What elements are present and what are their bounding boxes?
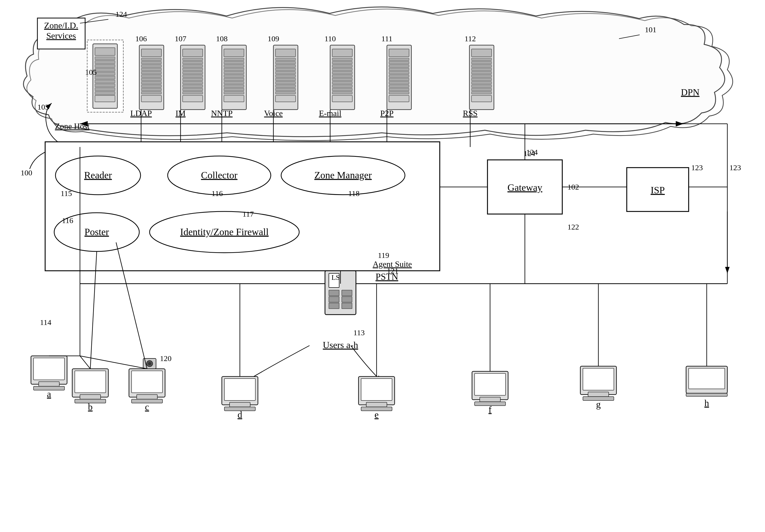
svg-rect-73 [276, 95, 296, 102]
svg-rect-49 [224, 61, 244, 64]
svg-rect-38 [183, 71, 203, 74]
svg-rect-94 [389, 71, 409, 74]
svg-text:Zone Host: Zone Host [55, 122, 90, 131]
svg-text:Services: Services [46, 31, 76, 41]
svg-rect-45 [183, 95, 203, 102]
svg-rect-203 [34, 358, 65, 380]
svg-rect-53 [224, 75, 244, 77]
svg-text:120: 120 [160, 354, 172, 362]
svg-text:122: 122 [567, 223, 579, 231]
svg-text:114: 114 [40, 318, 51, 326]
svg-text:h: h [704, 398, 709, 408]
svg-rect-82 [332, 78, 352, 81]
svg-rect-105 [471, 61, 491, 64]
svg-rect-23 [141, 68, 162, 71]
svg-rect-243 [686, 393, 727, 396]
svg-text:Zone Manager: Zone Manager [315, 170, 372, 181]
svg-rect-108 [471, 71, 491, 74]
svg-rect-204 [39, 382, 59, 386]
svg-rect-25 [141, 75, 162, 77]
svg-rect-42 [183, 85, 203, 87]
svg-rect-112 [471, 85, 491, 87]
svg-rect-100 [389, 92, 409, 94]
svg-rect-217 [137, 394, 157, 399]
svg-rect-111 [471, 82, 491, 84]
svg-rect-227 [361, 378, 392, 400]
svg-rect-78 [332, 65, 352, 67]
svg-text:116: 116 [212, 189, 223, 198]
svg-rect-71 [276, 88, 296, 91]
svg-rect-77 [332, 61, 352, 64]
svg-rect-197 [342, 290, 352, 296]
svg-text:f: f [488, 404, 491, 415]
svg-rect-85 [332, 88, 352, 91]
svg-rect-15 [95, 88, 115, 91]
svg-rect-56 [224, 85, 244, 87]
svg-rect-107 [471, 68, 491, 71]
svg-rect-114 [471, 92, 491, 94]
svg-text:115: 115 [61, 189, 72, 198]
svg-rect-199 [342, 303, 352, 309]
svg-text:LS: LS [332, 273, 340, 281]
svg-rect-55 [224, 82, 244, 84]
svg-rect-8 [95, 61, 115, 64]
svg-rect-109 [471, 75, 491, 77]
svg-text:123: 123 [729, 163, 741, 172]
svg-text:107: 107 [175, 34, 187, 43]
svg-rect-39 [183, 75, 203, 77]
svg-rect-35 [183, 61, 203, 64]
svg-rect-81 [332, 75, 352, 77]
svg-rect-22 [141, 65, 162, 67]
svg-rect-40 [183, 78, 203, 81]
svg-text:119: 119 [378, 251, 389, 260]
svg-text:Gateway: Gateway [507, 182, 542, 193]
svg-rect-24 [141, 71, 162, 74]
svg-text:Zone/I.D.: Zone/I.D. [44, 21, 78, 30]
svg-rect-238 [588, 392, 609, 397]
svg-rect-10 [95, 68, 115, 71]
svg-text:e: e [375, 409, 379, 420]
svg-rect-57 [224, 88, 244, 91]
svg-text:118: 118 [348, 189, 360, 198]
svg-rect-43 [183, 88, 203, 91]
svg-rect-41 [183, 82, 203, 84]
svg-text:101: 101 [645, 25, 656, 34]
svg-rect-16 [95, 92, 115, 95]
svg-text:b: b [88, 402, 93, 412]
svg-rect-80 [332, 71, 352, 74]
svg-rect-91 [389, 61, 409, 64]
svg-rect-79 [332, 68, 352, 71]
svg-text:Identity/Zone Firewall: Identity/Zone Firewall [180, 227, 269, 237]
svg-rect-63 [276, 61, 296, 64]
svg-text:g: g [596, 399, 601, 409]
svg-rect-64 [276, 65, 296, 67]
svg-rect-30 [141, 92, 162, 94]
svg-rect-54 [224, 78, 244, 81]
svg-rect-11 [95, 72, 115, 75]
svg-rect-28 [141, 85, 162, 87]
svg-rect-86 [332, 92, 352, 94]
svg-rect-95 [389, 75, 409, 77]
svg-text:117: 117 [243, 210, 254, 218]
svg-rect-98 [389, 85, 409, 87]
svg-rect-213 [132, 371, 163, 393]
svg-rect-83 [332, 82, 352, 84]
svg-rect-209 [80, 394, 101, 399]
svg-rect-61 [276, 49, 296, 57]
svg-rect-223 [230, 402, 250, 407]
svg-rect-21 [141, 61, 162, 64]
svg-rect-222 [224, 378, 255, 400]
svg-rect-29 [141, 88, 162, 91]
svg-text:105: 105 [85, 68, 97, 76]
svg-rect-68 [276, 78, 296, 81]
svg-text:100: 100 [21, 168, 32, 177]
svg-rect-72 [276, 92, 296, 94]
svg-rect-92 [389, 65, 409, 67]
svg-rect-65 [276, 68, 296, 71]
svg-rect-50 [224, 65, 244, 67]
svg-text:106: 106 [135, 34, 147, 43]
svg-rect-9 [95, 65, 115, 68]
svg-text:110: 110 [325, 34, 336, 43]
svg-rect-13 [95, 80, 115, 83]
svg-text:Reader: Reader [84, 170, 112, 181]
